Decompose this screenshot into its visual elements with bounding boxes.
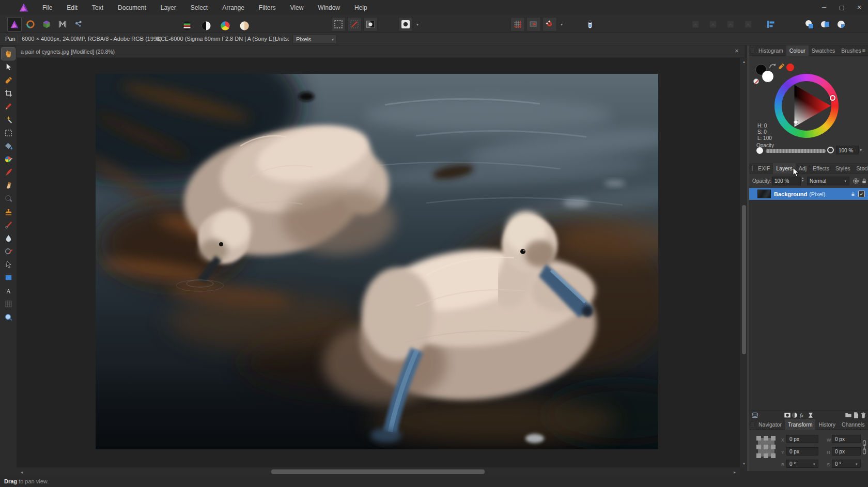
- smudge-tool[interactable]: [2, 245, 15, 258]
- disabled-action-4-button[interactable]: [741, 17, 755, 32]
- w-input[interactable]: 0 px: [832, 435, 861, 443]
- panel-menu-icon[interactable]: ≡: [862, 47, 865, 53]
- menu-document[interactable]: Document: [111, 0, 153, 15]
- opacity-spinner[interactable]: ▴ ▾: [802, 176, 803, 182]
- menu-select[interactable]: Select: [183, 0, 215, 15]
- scroll-right-icon[interactable]: ▸: [731, 470, 739, 475]
- healing-brush-tool[interactable]: [2, 100, 15, 113]
- tone-mapping-persona-button[interactable]: [55, 17, 70, 32]
- insert-behind-button[interactable]: [802, 17, 816, 32]
- opacity-zero-knob[interactable]: [756, 147, 763, 154]
- assistant-button[interactable]: [398, 17, 413, 32]
- menu-edit[interactable]: Edit: [59, 0, 85, 15]
- disabled-action-2-button[interactable]: [706, 17, 720, 32]
- insert-on-top-button[interactable]: [818, 17, 832, 32]
- menu-arrange[interactable]: Arrange: [215, 0, 252, 15]
- alignment-button[interactable]: [764, 17, 778, 32]
- opacity-slider-handle[interactable]: [827, 147, 834, 153]
- menu-layer[interactable]: Layer: [153, 0, 183, 15]
- panel-menu-icon[interactable]: ≡: [862, 165, 865, 171]
- tab-histogram[interactable]: Histogram: [755, 45, 786, 56]
- colour-triangle[interactable]: [774, 74, 839, 138]
- panel-grip[interactable]: [752, 422, 753, 427]
- burn-tool[interactable]: [2, 219, 15, 231]
- tab-history[interactable]: History: [815, 419, 839, 430]
- menu-text[interactable]: Text: [85, 0, 111, 15]
- eraser-tool[interactable]: [2, 179, 15, 192]
- disabled-action-1-button[interactable]: [688, 17, 703, 32]
- insert-document-icon[interactable]: [853, 412, 860, 419]
- blur-tool[interactable]: [2, 232, 15, 244]
- tab-brushes[interactable]: Brushes: [838, 45, 864, 56]
- text-tool[interactable]: A: [2, 285, 15, 297]
- tab-swatches[interactable]: Swatches: [809, 45, 839, 56]
- vertical-scroll-thumb[interactable]: [742, 205, 746, 354]
- insert-inside-button[interactable]: [834, 17, 848, 32]
- rectangle-tool[interactable]: [2, 272, 15, 284]
- menu-window[interactable]: Window: [311, 0, 347, 15]
- paint-brush-tool[interactable]: [2, 166, 15, 179]
- liquify-persona-button[interactable]: [23, 17, 38, 32]
- tab-effects[interactable]: Effects: [810, 163, 832, 174]
- opacity-slider-track[interactable]: [766, 149, 826, 153]
- layer-stack-icon[interactable]: [751, 412, 758, 419]
- panel-grip[interactable]: [752, 166, 753, 171]
- tab-colour[interactable]: Colour: [786, 45, 809, 56]
- opacity-value-box[interactable]: 100 %: [836, 146, 859, 154]
- scroll-left-icon[interactable]: ◂: [18, 470, 26, 475]
- blemish-removal-tool[interactable]: [2, 114, 15, 126]
- mesh-warp-tool[interactable]: [2, 298, 15, 310]
- flood-select-tool[interactable]: [2, 140, 15, 152]
- document-tab[interactable]: a pair of cygnets.jpg [Modified] (20.8%): [21, 49, 115, 55]
- menu-file[interactable]: File: [35, 0, 59, 15]
- tab-exif[interactable]: EXIF: [755, 163, 773, 174]
- triangle-marker[interactable]: [794, 120, 798, 124]
- tab-transform[interactable]: Transform: [785, 419, 815, 430]
- menu-help[interactable]: Help: [347, 0, 375, 15]
- disabled-action-3-button[interactable]: [723, 17, 738, 32]
- hue-ring-marker[interactable]: [830, 95, 835, 101]
- canvas-area[interactable]: [17, 58, 740, 467]
- close-button[interactable]: ✕: [850, 0, 868, 14]
- y-input[interactable]: 0 px: [786, 447, 818, 455]
- layer-lock-icon[interactable]: [850, 191, 856, 197]
- auto-white-balance-button[interactable]: [237, 19, 252, 33]
- move-tool[interactable]: [2, 61, 15, 73]
- lock-icon[interactable]: [861, 177, 867, 185]
- node-tool[interactable]: [2, 258, 15, 271]
- beaker-icon[interactable]: [583, 17, 597, 32]
- tab-stock[interactable]: Stock: [854, 163, 868, 174]
- colour-picker-tool[interactable]: [2, 74, 15, 86]
- layer-effects-fx-icon[interactable]: fx: [799, 412, 807, 419]
- close-tab-icon[interactable]: ✕: [733, 48, 740, 54]
- horizontal-scroll-thumb[interactable]: [271, 469, 485, 474]
- export-persona-button[interactable]: [71, 17, 86, 32]
- auto-contrast-button[interactable]: [199, 19, 213, 33]
- maximize-button[interactable]: ▢: [833, 0, 850, 14]
- show-guides-button[interactable]: [526, 17, 541, 32]
- layers-empty-area[interactable]: [749, 200, 868, 410]
- anchor-point-selector[interactable]: [755, 435, 777, 460]
- no-colour-swatch[interactable]: [753, 78, 759, 84]
- recent-colour-dot[interactable]: [786, 64, 794, 71]
- crop-tool[interactable]: [2, 87, 15, 100]
- opacity-caret-icon[interactable]: ▾: [860, 148, 862, 152]
- x-input[interactable]: 0 px: [786, 435, 818, 443]
- layer-opacity-input[interactable]: 100 %: [772, 177, 801, 185]
- clone-stamp-tool[interactable]: [2, 206, 15, 218]
- h-input[interactable]: 0 px: [832, 447, 861, 455]
- blend-mode-select[interactable]: Normal ▾: [807, 177, 849, 185]
- menu-view[interactable]: View: [283, 0, 311, 15]
- panel-grip[interactable]: [752, 48, 753, 53]
- toggle-rotation-button[interactable]: [347, 17, 362, 32]
- view-tool[interactable]: [2, 48, 15, 60]
- blend-options-gear-icon[interactable]: [852, 177, 860, 185]
- rotation-caret-icon[interactable]: ▾: [813, 462, 815, 466]
- colour-picker-icon[interactable]: [778, 62, 785, 70]
- group-folder-icon[interactable]: [845, 412, 852, 419]
- toggle-marquee-button[interactable]: [331, 17, 346, 32]
- marquee-select-tool[interactable]: [2, 127, 15, 139]
- foreground-colour-swatch[interactable]: [762, 70, 774, 83]
- spinner-down-icon[interactable]: ▾: [802, 179, 803, 182]
- menu-filters[interactable]: Filters: [252, 0, 283, 15]
